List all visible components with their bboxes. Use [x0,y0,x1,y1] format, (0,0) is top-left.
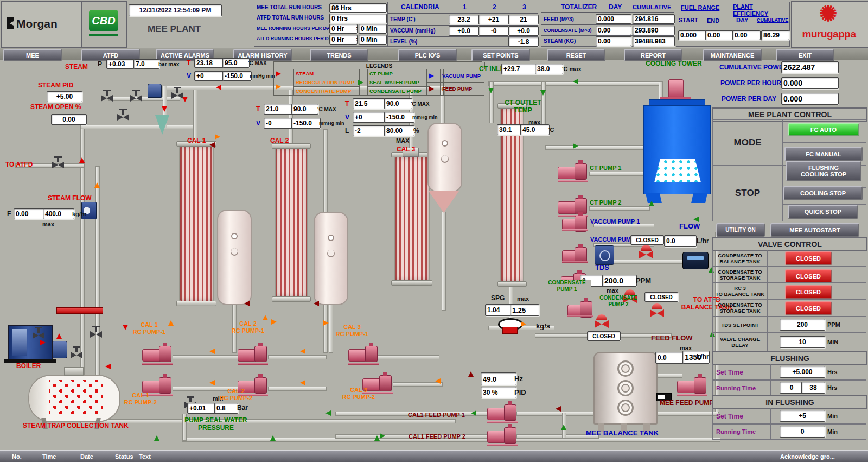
cal3-temp-max[interactable]: 90.0 [384,98,412,109]
cal1-rc-pump-2-label: CAL 1 RC PUMP-2 [120,392,161,406]
vaccum-pump-1[interactable] [562,213,588,231]
tds-unit: PPM [636,277,651,285]
acknowledge-button[interactable]: Acknowledge gro... [780,453,835,460]
gate-valve[interactable] [33,332,44,339]
vfd-hz-unit: Hz [514,375,523,383]
cal3-vessel [394,156,430,281]
nav-button-exit[interactable]: EXIT [776,49,834,61]
cal2-vac-tag: V [256,120,260,128]
legends-panel: LEGENDS STEAM RECIRCULATION PUMP CONCENT… [273,61,482,96]
murugappa-logo: ✺ murugappa [791,1,868,48]
utility-on-button[interactable]: UTILITY ON [716,223,765,237]
tds-setpoint-value[interactable]: 200 [780,319,825,331]
mee-running-hr-value: 0 Hr [329,24,358,34]
cal1-feed-pump-2[interactable] [487,425,518,446]
pipe [268,355,327,359]
cooling-tower-motor [668,79,684,99]
tds-max[interactable]: 200.0 [602,275,637,287]
steam-temp-max[interactable]: 95.0 [222,58,250,68]
mee-autostart-button[interactable]: MEE AUTOSTART [770,223,859,237]
flushing-set-time-value[interactable]: +5.000 [780,366,825,378]
flushing-cooling-stop-button[interactable]: FLUSHING COOLING STOP [786,161,861,181]
ct-inlet-temp-max[interactable]: 38.0 [535,64,563,74]
nav-button-plc-ios[interactable]: PLC IO'S [398,49,457,61]
cooling-stop-button[interactable]: COOLING STOP [783,186,863,200]
spg-max[interactable]: 1.25 [510,304,539,316]
steam-vac-min[interactable]: -150.0 [222,71,252,81]
alarm-col-text: Text [139,453,151,460]
gate-valve[interactable] [52,162,64,168]
ct-pump-1[interactable] [558,161,588,182]
gate-valve[interactable] [71,352,82,358]
flow-arrow [271,319,277,325]
in-flushing-title: IN FLUSHING [712,395,867,409]
alarm-status-bar[interactable]: No. Time Date Status Text Acknowledge gr… [0,450,868,462]
cal3-rc-pump-2-label: CAL 3 RC PUMP-2 [339,387,379,400]
cal2-vessel [275,148,308,298]
gate-valve[interactable] [117,114,129,121]
totalizer-panel: TOTALIZER DAY CUMULATIVE FEED (M^3) 0.00… [541,2,674,47]
cal3-vac-value: +0 [353,112,385,123]
nav-button-trends[interactable]: TRENDS [310,49,368,61]
nav-button-mee[interactable]: MEE [3,49,62,61]
flow-arrow [263,315,268,320]
fc-auto-button[interactable]: FC AUTO [788,123,859,136]
steam-pid-value[interactable]: +5.00 [47,91,82,102]
control-valve-feed-closed[interactable] [639,251,653,258]
valve-change-delay-value[interactable]: 10 [780,336,825,348]
cal2-temp-max[interactable]: 90.0 [291,104,318,115]
nav-button-set-points[interactable]: SET POINTS [471,49,530,61]
mee-balance-tank-body [593,352,658,425]
quick-stop-button[interactable]: QUICK STOP [788,205,858,219]
mee-total-run-hours-value: 86 Hrs [329,3,387,13]
valve-status-button[interactable]: CLOSED [785,301,832,315]
gate-valve[interactable] [90,331,102,338]
fc-manual-button[interactable]: FC MANUAL [784,147,863,161]
cal3-rc-pump-1[interactable] [348,343,379,365]
cooling-tower-fill [654,159,701,182]
control-valve-mid-closed[interactable] [595,320,609,328]
steam-pressure-max[interactable]: 7.0 [133,59,159,69]
condensate-valve-status: CLOSED [644,292,678,302]
vaccum-pump-1-label: VACCUM PUMP 1 [590,218,640,225]
totalizer-day-col: DAY [609,4,622,11]
ct-outlet-temp-value: 30.1 [497,124,522,135]
valve-status-button[interactable]: CLOSED [785,285,832,299]
condensate-pump-2[interactable] [567,299,593,317]
control-valve-atfd-closed[interactable] [650,309,664,317]
mee-feed-pump[interactable] [677,375,707,396]
cal2-rc-pump-1[interactable] [238,343,268,365]
in-flushing-set-time-value[interactable]: +5 [780,410,825,422]
cal1-rc-pump-1[interactable] [142,343,173,365]
fuel-end-value[interactable]: 0.00 [705,30,733,40]
cal3-level-max[interactable]: 80.00 [384,125,414,136]
valve-status-button[interactable]: CLOSED [785,269,832,283]
nav-button-maintanence[interactable]: MAINTANENCE [703,49,762,61]
colon: : [356,25,358,32]
fuel-start-value[interactable]: 0.000 [678,30,706,40]
seal-pressure-min[interactable]: 0.8 [214,403,238,414]
cal3-vac-min[interactable]: -150.0 [384,112,414,123]
fuel-range-title: FUEL RANGE [681,4,719,11]
flow-arrow [215,134,220,140]
cumulative-power-label: CUMULATIVE POWER [719,64,788,72]
cal1-feed-pump-1[interactable] [487,402,518,423]
gate-valve[interactable] [130,95,142,102]
ct-outlet-temp-max[interactable]: 45.0 [520,124,550,135]
valve-status-button[interactable]: CLOSED [785,251,832,265]
gate-valve[interactable] [101,95,113,102]
flow-arrow [374,435,380,441]
gate-valve[interactable] [171,92,183,99]
flushing-running-time-unit: Hrs [827,384,837,391]
calendria-col2: 2 [493,4,496,11]
vaccum-pump-2[interactable] [562,244,588,263]
cal3-level-value: -2 [353,125,385,136]
cal2-vac-unit: mmHg min [319,121,344,126]
steam-flow-max[interactable]: 400.0 [43,208,74,219]
valve-row-label: RC 3 TO BALANCE TANK [712,282,768,300]
cal2-vac-min[interactable]: -150.0 [291,118,321,129]
cal3-vac-tag: V [345,114,349,122]
nav-button-reset[interactable]: RESET [547,49,605,61]
totalizer-condensate-day: 0.00 [596,26,631,35]
power-per-hour-label: POWER PER HOUR [720,80,781,87]
